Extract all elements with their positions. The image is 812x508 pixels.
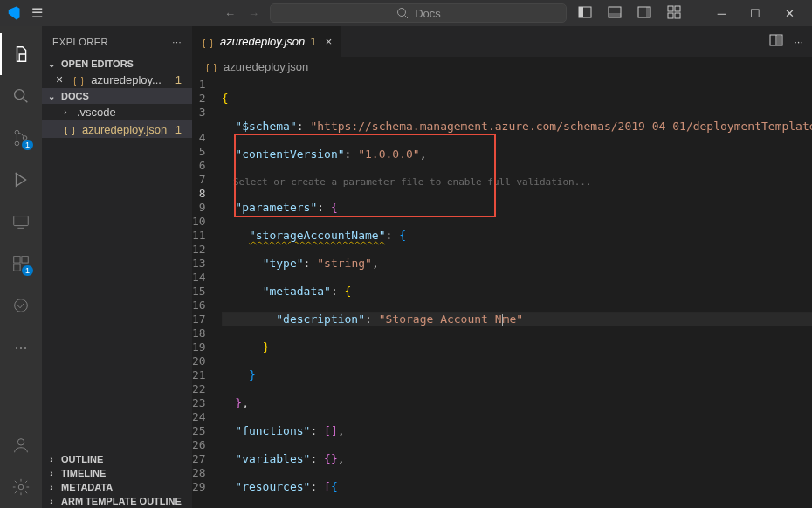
- activity-search[interactable]: [0, 75, 42, 117]
- folder-name: .vscode: [77, 106, 116, 119]
- ext-badge: 1: [22, 265, 33, 276]
- maximize-button[interactable]: ☐: [738, 2, 773, 25]
- svg-rect-18: [14, 216, 29, 226]
- chevron-right-icon: ›: [45, 497, 58, 506]
- close-button[interactable]: ✕: [773, 2, 807, 25]
- svg-point-17: [16, 173, 17, 175]
- svg-rect-21: [22, 257, 28, 263]
- search-placeholder: Docs: [415, 7, 441, 20]
- layout-controls: [571, 2, 688, 25]
- json-file-icon: [201, 35, 215, 49]
- nav-back-button[interactable]: ←: [224, 7, 236, 20]
- json-file-icon: [72, 72, 86, 86]
- activity-extensions[interactable]: 1: [0, 243, 42, 285]
- svg-rect-3: [579, 7, 583, 17]
- file-azuredeploy[interactable]: azuredeploy.json 1: [42, 120, 192, 138]
- chevron-down-icon: ⌄: [45, 92, 58, 101]
- svg-point-23: [15, 299, 28, 312]
- customize-layout-icon[interactable]: [660, 2, 688, 25]
- svg-line-13: [24, 99, 28, 103]
- open-editor-item[interactable]: × azuredeploy... 1: [42, 71, 192, 88]
- activity-settings[interactable]: [0, 466, 42, 508]
- open-editor-filename: azuredeploy...: [91, 73, 170, 86]
- hamburger-menu-icon[interactable]: ☰: [24, 2, 50, 24]
- activitybar: 1 1 ···: [0, 26, 42, 508]
- tab-azuredeploy[interactable]: azuredeploy.json 1 ×: [192, 26, 341, 57]
- svg-rect-10: [668, 13, 673, 18]
- tab-modified-badge: 1: [310, 35, 316, 48]
- activity-explorer[interactable]: [0, 33, 42, 75]
- chevron-right-icon: ›: [45, 455, 58, 464]
- modified-badge: 1: [175, 73, 189, 86]
- minimize-button[interactable]: ─: [705, 2, 738, 25]
- titlebar: ☰ ← → Docs ─ ☐ ✕: [0, 0, 812, 26]
- json-file-icon: [204, 59, 218, 73]
- activity-source-control[interactable]: 1: [0, 117, 42, 159]
- toggle-primary-sidebar-icon[interactable]: [571, 2, 599, 25]
- explorer-more-button[interactable]: ···: [172, 37, 182, 47]
- split-editor-icon[interactable]: [769, 33, 783, 50]
- tab-close-button[interactable]: ×: [326, 35, 333, 48]
- tabs-bar: azuredeploy.json 1 × ···: [192, 26, 812, 57]
- file-name: azuredeploy.json: [82, 123, 167, 136]
- svg-point-15: [15, 141, 19, 146]
- svg-rect-8: [668, 6, 673, 11]
- svg-rect-11: [675, 13, 680, 18]
- svg-point-24: [17, 439, 24, 445]
- chevron-right-icon: ›: [45, 483, 58, 492]
- timeline-section[interactable]: ›TIMELINE: [42, 466, 192, 480]
- toggle-secondary-sidebar-icon[interactable]: [630, 2, 658, 25]
- open-editors-section[interactable]: ⌄OPEN EDITORS: [42, 57, 192, 71]
- search-icon: [396, 6, 409, 20]
- editor-area: azuredeploy.json 1 × ··· azuredeploy.jso…: [192, 26, 812, 508]
- command-center-search[interactable]: Docs: [270, 3, 567, 23]
- svg-point-12: [15, 90, 24, 100]
- svg-point-14: [15, 130, 19, 134]
- nav-forward-button[interactable]: →: [248, 7, 259, 20]
- workspace-section[interactable]: ⌄DOCS: [42, 88, 192, 104]
- metadata-section[interactable]: ›METADATA: [42, 480, 192, 494]
- svg-rect-7: [646, 7, 650, 17]
- activity-remote[interactable]: [0, 201, 42, 243]
- svg-rect-5: [609, 13, 621, 17]
- activity-testing[interactable]: [0, 285, 42, 326]
- chevron-right-icon: ›: [45, 469, 58, 478]
- close-editor-button[interactable]: ×: [56, 72, 63, 86]
- outline-section[interactable]: ›OUTLINE: [42, 452, 192, 466]
- activity-accounts[interactable]: [0, 424, 42, 466]
- explorer-title: EXPLORER: [52, 37, 108, 47]
- codelens-hint[interactable]: Select or create a parameter file to ena…: [233, 176, 592, 188]
- activity-run-debug[interactable]: [0, 159, 42, 201]
- arm-template-outline-section[interactable]: ›ARM TEMPLATE OUTLINE: [42, 494, 192, 508]
- code-content[interactable]: { "$schema": "https://schema.management.…: [222, 76, 812, 508]
- svg-rect-28: [777, 36, 781, 45]
- modified-badge: 1: [175, 123, 189, 136]
- activity-more[interactable]: ···: [0, 326, 42, 368]
- svg-line-1: [405, 16, 409, 19]
- line-number-gutter: 1234567891011121314151617181920212223242…: [192, 76, 222, 508]
- folder-vscode[interactable]: › .vscode: [42, 104, 192, 120]
- code-editor[interactable]: 1234567891011121314151617181920212223242…: [192, 76, 812, 508]
- svg-point-25: [18, 484, 24, 490]
- scm-badge: 1: [22, 140, 33, 150]
- breadcrumb-file: azuredeploy.json: [224, 60, 308, 73]
- vscode-logo-icon: [5, 5, 21, 21]
- breadcrumbs[interactable]: azuredeploy.json: [192, 57, 812, 76]
- toggle-panel-icon[interactable]: [601, 2, 629, 25]
- svg-rect-20: [14, 257, 20, 263]
- svg-point-0: [398, 9, 406, 17]
- tab-filename: azuredeploy.json: [220, 35, 305, 48]
- editor-more-button[interactable]: ···: [794, 35, 803, 48]
- explorer-sidebar: EXPLORER ··· ⌄OPEN EDITORS × azuredeploy…: [42, 26, 192, 508]
- chevron-down-icon: ⌄: [45, 59, 58, 69]
- svg-rect-9: [675, 6, 680, 11]
- chevron-right-icon: ›: [59, 107, 72, 117]
- json-file-icon: [63, 122, 77, 136]
- svg-rect-22: [14, 264, 20, 271]
